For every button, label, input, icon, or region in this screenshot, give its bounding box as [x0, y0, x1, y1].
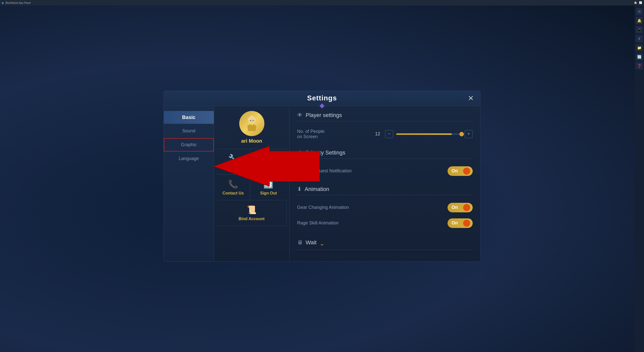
sidebar-icon-2[interactable]: 🔔 — [636, 17, 643, 24]
slider-track[interactable] — [396, 133, 462, 135]
sidebar-icon-7[interactable]: ❓ — [636, 62, 643, 69]
sidebar-icon-4[interactable]: ⬆ — [636, 35, 643, 42]
contact-icon: 📞 — [228, 179, 238, 189]
svg-point-4 — [250, 120, 251, 121]
settings-modal: Settings ✕ Basic Sound Graphic Language — [164, 91, 480, 262]
svg-rect-6 — [251, 124, 253, 125]
wait-icon: 🖥 — [297, 239, 303, 246]
close-button[interactable]: ✕ — [466, 94, 475, 103]
nav-item-language[interactable]: Language — [164, 152, 214, 165]
nav-item-graphic[interactable]: Graphic — [164, 138, 214, 151]
sidebar-icon-5[interactable]: 📁 — [636, 44, 643, 51]
svg-point-5 — [252, 120, 254, 121]
rage-skill-row: Rage Skill Animation On — [297, 215, 473, 231]
friend-request-row: Friend Request Notification On — [297, 163, 473, 179]
menu-item-announcements[interactable]: 📣 Announcements — [250, 149, 287, 175]
slider-fill — [396, 133, 452, 135]
menu-grid: 🔧 Repair 📣 Announcements 📞 Contact Us — [217, 149, 287, 226]
sign-out-label: Sign Out — [260, 191, 277, 195]
sign-out-icon: 🔄 — [263, 179, 273, 189]
menu-item-repair[interactable]: 🔧 Repair — [217, 149, 250, 175]
slider-thumb — [459, 132, 464, 136]
profile-area: ari Moon — [239, 111, 264, 144]
gear-changing-label: Gear Changing Animation — [297, 205, 349, 210]
section-wait: 🖥 Wait ⌄ — [297, 238, 473, 250]
app-logo: ▶ — [2, 2, 4, 4]
svg-point-3 — [249, 118, 255, 125]
section-privacy-settings: 👁 Privacy Settings Friend Request Notifi… — [297, 149, 473, 179]
modal-overlay: Settings ✕ Basic Sound Graphic Language — [0, 0, 644, 352]
center-panel: ari Moon 🔧 Repair 📣 Announcements — [214, 106, 290, 261]
right-sidebar: ⚙ 🔔 📱 ⬆ 📁 🔄 ❓ — [634, 6, 644, 352]
no-of-people-row: No. of Peopleon Screen 12 − + — [297, 126, 473, 142]
announcements-icon: 📣 — [263, 154, 273, 163]
app-title: BlueStacks App Player — [6, 2, 31, 4]
gear-changing-toggle[interactable]: On — [448, 203, 473, 212]
menu-item-contact-us[interactable]: 📞 Contact Us — [217, 175, 250, 200]
window-icon-1: 🏠 — [634, 1, 637, 4]
friend-request-label: Friend Request Notification — [297, 168, 352, 174]
gear-changing-row: Gear Changing Animation On — [297, 200, 473, 215]
gear-changing-toggle-label: On — [452, 205, 458, 210]
avatar-container — [239, 111, 264, 136]
contact-label: Contact Us — [223, 191, 244, 195]
animation-header: ⬇ Animation — [297, 186, 473, 195]
left-sidebar: Basic Sound Graphic Language — [164, 106, 214, 261]
rage-skill-label: Rage Skill Animation — [297, 220, 339, 226]
slider-value: 12 — [373, 131, 380, 137]
friend-request-toggle-label: On — [452, 168, 458, 174]
nav-item-basic[interactable]: Basic — [164, 111, 214, 124]
privacy-settings-header: 👁 Privacy Settings — [297, 149, 473, 159]
bind-account-icon: 📜 — [247, 205, 257, 215]
window-controls: 🏠 ⬜ — [634, 1, 642, 4]
announcements-label: Announcements — [253, 165, 284, 170]
no-of-people-slider-container: 12 − + — [373, 130, 473, 138]
menu-item-bind-account[interactable]: 📜 Bind Account — [217, 201, 287, 226]
wait-header: 🖥 Wait ⌄ — [297, 238, 473, 250]
rage-skill-toggle-label: On — [452, 220, 458, 226]
repair-label: Repair — [227, 165, 239, 170]
bind-account-label: Bind Account — [238, 217, 264, 221]
animation-icon: ⬇ — [297, 186, 302, 192]
animation-title: Animation — [305, 186, 329, 192]
modal-header: Settings ✕ — [164, 91, 480, 106]
privacy-settings-icon: 👁 — [297, 149, 303, 156]
player-name: ari Moon — [241, 138, 262, 144]
player-settings-icon: 👁 — [297, 112, 303, 119]
avatar — [239, 111, 264, 136]
window-icon-2: ⬜ — [639, 1, 642, 4]
avatar-icon — [242, 113, 262, 134]
nav-item-sound[interactable]: Sound — [164, 125, 214, 137]
section-player-settings: 👁 Player settings No. of Peopleon Screen… — [297, 112, 473, 142]
slider-decrease-button[interactable]: − — [385, 130, 393, 138]
section-animation: ⬇ Animation Gear Changing Animation On R… — [297, 186, 473, 231]
wait-title: Wait — [306, 239, 316, 246]
rage-skill-toggle[interactable]: On — [448, 218, 473, 228]
sidebar-icon-6[interactable]: 🔄 — [636, 53, 643, 60]
privacy-settings-title: Privacy Settings — [306, 149, 345, 156]
menu-item-sign-out[interactable]: 🔄 Sign Out — [250, 175, 287, 200]
no-of-people-label: No. of Peopleon Screen — [297, 129, 325, 139]
friend-request-toggle-circle — [463, 168, 470, 175]
friend-request-toggle[interactable]: On — [448, 166, 473, 176]
rage-skill-toggle-circle — [463, 220, 470, 227]
player-settings-title: Player settings — [306, 112, 342, 119]
right-panel: 👁 Player settings No. of Peopleon Screen… — [290, 106, 480, 261]
titlebar: ▶ BlueStacks App Player 🏠 ⬜ — [0, 0, 644, 6]
gear-changing-toggle-circle — [463, 204, 470, 211]
player-settings-header: 👁 Player settings — [297, 112, 473, 121]
modal-body: Basic Sound Graphic Language — [164, 106, 480, 261]
repair-icon: 🔧 — [228, 154, 238, 163]
sidebar-icon-1[interactable]: ⚙ — [636, 8, 643, 15]
modal-title: Settings — [307, 94, 337, 102]
slider-increase-button[interactable]: + — [465, 130, 473, 138]
sidebar-icon-3[interactable]: 📱 — [636, 26, 643, 33]
wait-chevron-icon[interactable]: ⌄ — [319, 240, 325, 247]
